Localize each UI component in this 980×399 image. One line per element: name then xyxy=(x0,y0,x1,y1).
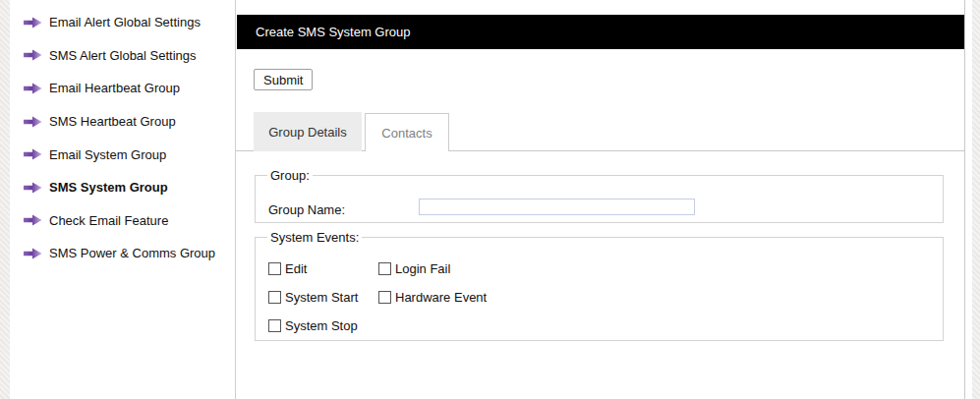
group-name-label: Group Name: xyxy=(268,202,345,217)
sidebar-item-email-system-group[interactable]: Email System Group xyxy=(10,138,235,171)
checkbox-option-system-start[interactable]: System Start xyxy=(268,290,378,305)
sidebar-item-label: Email Heartbeat Group xyxy=(49,81,180,95)
checkbox-label: System Start xyxy=(285,290,358,305)
system-events-grid: Edit Login Fail System Start Hardware Ev… xyxy=(268,255,487,340)
sidebar-item-sms-system-group[interactable]: SMS System Group xyxy=(10,171,235,204)
system-stop-checkbox[interactable] xyxy=(268,319,281,332)
checkbox-label: Login Fail xyxy=(395,261,450,276)
hardware-event-checkbox[interactable] xyxy=(378,291,391,304)
sidebar-item-email-alert-global-settings[interactable]: Email Alert Global Settings xyxy=(10,6,235,39)
main-panel: Create SMS System Group Submit Group Det… xyxy=(236,0,965,399)
group-name-input[interactable] xyxy=(419,199,695,215)
tab-contacts[interactable]: Contacts xyxy=(365,113,449,151)
sidebar-item-label: Email Alert Global Settings xyxy=(49,15,201,29)
sidebar-item-label: Check Email Feature xyxy=(49,213,168,228)
login-fail-checkbox[interactable] xyxy=(378,262,391,275)
system-events-legend: System Events: xyxy=(267,230,362,245)
sidebar-item-sms-heartbeat-group[interactable]: SMS Heartbeat Group xyxy=(10,105,235,139)
checkbox-option-login-fail[interactable]: Login Fail xyxy=(378,261,487,276)
sidebar: Email Alert Global Settings SMS Alert Gl… xyxy=(10,0,236,399)
page-title: Create SMS System Group xyxy=(256,25,411,39)
sidebar-item-email-heartbeat-group[interactable]: Email Heartbeat Group xyxy=(10,72,235,105)
arrow-right-icon xyxy=(24,148,42,160)
panel-title-bar: Create SMS System Group xyxy=(237,15,964,49)
system-start-checkbox[interactable] xyxy=(268,291,281,304)
arrow-right-icon xyxy=(24,83,42,94)
submit-button[interactable]: Submit xyxy=(254,69,313,90)
arrow-right-icon xyxy=(24,182,42,194)
tab-group-details[interactable]: Group Details xyxy=(254,112,362,151)
checkbox-label: Edit xyxy=(285,261,307,276)
checkbox-label: System Stop xyxy=(285,318,358,333)
sidebar-item-sms-power-comms-group[interactable]: SMS Power & Comms Group xyxy=(10,237,235,270)
arrow-right-icon xyxy=(24,49,42,61)
arrow-right-icon xyxy=(24,214,42,226)
checkbox-label: Hardware Event xyxy=(395,290,487,305)
sidebar-item-label: Email System Group xyxy=(49,147,166,162)
arrow-right-icon xyxy=(24,248,42,259)
group-fieldset-legend: Group: xyxy=(267,168,313,183)
tab-bar: Group Details Contacts xyxy=(236,112,964,151)
group-fieldset: Group: Group Name: xyxy=(255,175,944,223)
edit-checkbox[interactable] xyxy=(268,262,281,275)
sidebar-item-label: SMS Power & Comms Group xyxy=(49,246,215,260)
arrow-right-icon xyxy=(24,17,42,28)
system-events-fieldset: System Events: Edit Login Fail System St… xyxy=(255,237,944,341)
checkbox-option-system-stop[interactable]: System Stop xyxy=(268,318,378,333)
sidebar-item-label: SMS Alert Global Settings xyxy=(49,48,197,63)
sidebar-item-sms-alert-global-settings[interactable]: SMS Alert Global Settings xyxy=(10,39,235,73)
arrow-right-icon xyxy=(24,116,42,128)
sidebar-item-check-email-feature[interactable]: Check Email Feature xyxy=(10,204,235,238)
sidebar-nav: Email Alert Global Settings SMS Alert Gl… xyxy=(10,0,235,270)
sidebar-item-label: SMS System Group xyxy=(49,180,168,195)
sidebar-item-label: SMS Heartbeat Group xyxy=(49,114,176,129)
checkbox-option-edit[interactable]: Edit xyxy=(268,261,378,276)
checkbox-option-hardware-event[interactable]: Hardware Event xyxy=(378,290,487,305)
